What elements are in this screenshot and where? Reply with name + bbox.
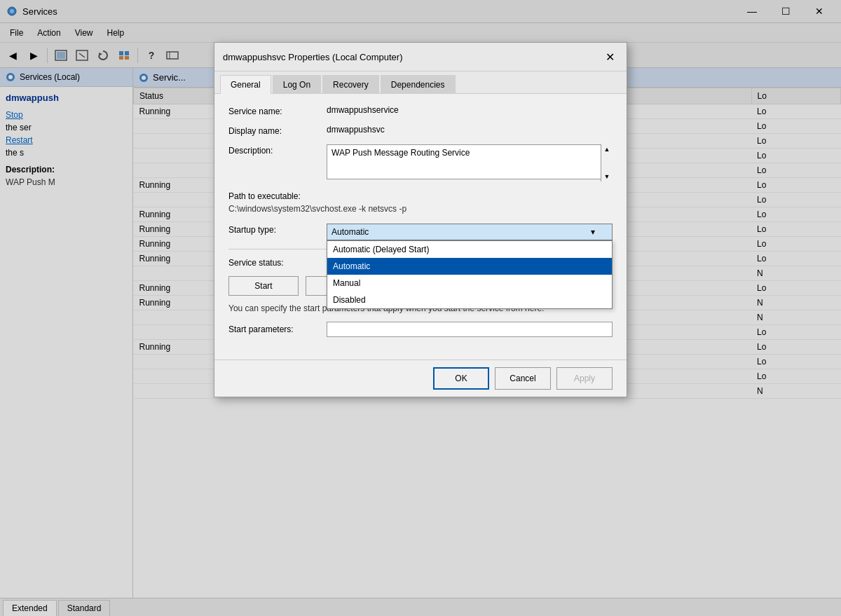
dialog-title: dmwappushsvc Properties (Local Computer) [223,52,601,62]
startup-type-row: Startup type: Automatic ▾ Automatic (Del… [228,224,613,240]
service-name-value: dmwappushservice [327,105,613,115]
startup-dropdown-container: Automatic ▾ Automatic (Delayed Start) Au… [327,224,613,240]
startup-type-label: Startup type: [228,224,327,235]
description-textarea[interactable] [327,144,613,179]
option-delayed[interactable]: Automatic (Delayed Start) [327,241,612,258]
path-value: C:\windows\system32\svchost.exe -k netsv… [228,204,613,214]
tab-recovery[interactable]: Recovery [322,75,379,94]
tab-general[interactable]: General [220,75,271,94]
display-name-value: dmwappushsvc [327,125,613,135]
dropdown-arrow-icon: ▾ [591,227,595,237]
start-button[interactable]: Start [228,276,299,296]
dialog-footer: OK Cancel Apply [214,360,627,397]
service-status-label: Service status: [228,256,327,268]
option-manual[interactable]: Manual [327,275,612,292]
path-label: Path to executable: [228,190,613,201]
dialog-body: Service name: dmwappushservice Display n… [214,94,627,360]
option-disabled[interactable]: Disabled [327,292,612,308]
description-scrollbar[interactable]: ▲ ▼ [601,144,613,182]
apply-button[interactable]: Apply [556,367,613,390]
startup-selected-value: Automatic [331,227,369,237]
tab-dependencies[interactable]: Dependencies [381,75,456,94]
ok-button[interactable]: OK [433,367,489,390]
description-wrapper: ▲ ▼ [327,144,613,182]
startup-dropdown-list: Automatic (Delayed Start) Automatic Manu… [327,240,613,309]
service-name-row: Service name: dmwappushservice [228,105,613,116]
start-params-row: Start parameters: [228,322,613,337]
cancel-button[interactable]: Cancel [495,367,551,390]
display-name-row: Display name: dmwappushsvc [228,125,613,136]
dialog-title-bar: dmwappushsvc Properties (Local Computer)… [214,43,627,71]
path-section: Path to executable: C:\windows\system32\… [228,190,613,214]
description-row: Description: ▲ ▼ [228,144,613,182]
start-params-label: Start parameters: [228,324,327,334]
dialog-close-button[interactable]: ✕ [601,48,618,65]
option-automatic[interactable]: Automatic [327,258,612,275]
service-name-label: Service name: [228,105,327,116]
description-form-label: Description: [228,144,327,156]
start-params-input[interactable] [327,322,613,337]
startup-dropdown[interactable]: Automatic ▾ [327,224,613,240]
dialog-tabs: General Log On Recovery Dependencies [214,71,627,94]
properties-dialog: dmwappushsvc Properties (Local Computer)… [214,42,627,397]
dialog-overlay: dmwappushsvc Properties (Local Computer)… [0,0,841,616]
display-name-label: Display name: [228,125,327,136]
tab-logon[interactable]: Log On [273,75,321,94]
